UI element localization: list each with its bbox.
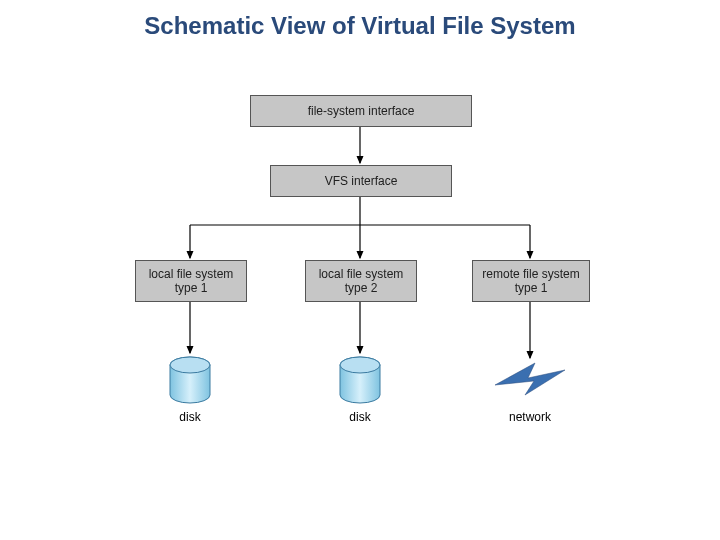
box-label: remote file system type 1 <box>482 267 579 296</box>
disk-label: disk <box>330 410 390 424</box>
network-label: network <box>500 410 560 424</box>
box-label: file-system interface <box>308 104 415 118</box>
box-label: local file system type 1 <box>149 267 234 296</box>
disk-label: disk <box>160 410 220 424</box>
page-title: Schematic View of Virtual File System <box>0 12 720 40</box>
vfs-diagram: file-system interface VFS interface loca… <box>130 95 590 495</box>
svg-marker-11 <box>495 363 565 395</box>
box-file-system-interface: file-system interface <box>250 95 472 127</box>
disk-icon <box>170 357 210 403</box>
network-icon <box>495 363 565 395</box>
svg-point-9 <box>170 357 210 373</box>
box-label: VFS interface <box>325 174 398 188</box>
box-vfs-interface: VFS interface <box>270 165 452 197</box>
svg-point-10 <box>340 357 380 373</box>
box-remote-fs-1: remote file system type 1 <box>472 260 590 302</box>
box-local-fs-2: local file system type 2 <box>305 260 417 302</box>
box-local-fs-1: local file system type 1 <box>135 260 247 302</box>
disk-icon <box>340 357 380 403</box>
box-label: local file system type 2 <box>319 267 404 296</box>
